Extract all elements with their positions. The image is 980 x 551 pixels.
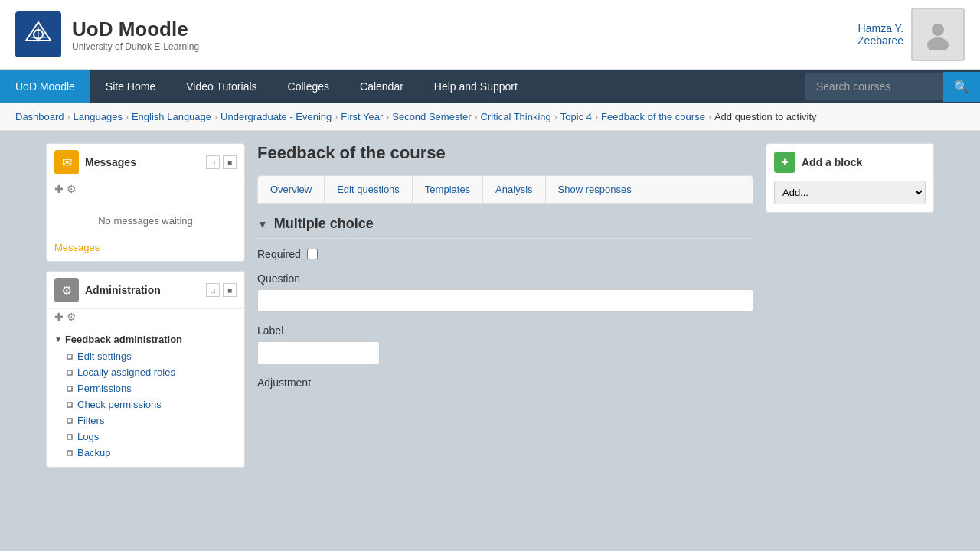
admin-item-backup[interactable]: Backup — [67, 445, 237, 461]
admin-item-label: Check permissions — [77, 399, 162, 410]
breadcrumb-languages[interactable]: Languages — [74, 111, 122, 122]
admin-block-header: ⚙ Administration □ ■ — [47, 272, 244, 309]
site-subtitle: University of Duhok E-Learning — [72, 41, 199, 52]
feedback-admin-section[interactable]: ▼ Feedback administration — [54, 334, 237, 345]
tabs-bar: Overview Edit questions Templates Analys… — [257, 175, 753, 204]
bullet-icon — [67, 402, 73, 408]
tab-analysis[interactable]: Analysis — [483, 176, 545, 203]
messages-minimize-button[interactable]: □ — [206, 155, 220, 169]
add-block-widget: + Add a block Add... — [766, 143, 934, 213]
messages-block-header: ✉ Messages □ ■ — [47, 144, 244, 181]
admin-item-check-permissions[interactable]: Check permissions — [67, 396, 237, 412]
question-label: Question — [257, 272, 753, 285]
required-label: Required — [257, 248, 753, 260]
admin-item-edit-settings[interactable]: Edit settings — [67, 348, 237, 364]
adjustment-field: Adjustment — [257, 377, 753, 389]
breadcrumb-feedback[interactable]: Feedback of the course — [601, 111, 705, 122]
breadcrumb: Dashboard › Languages › English Language… — [0, 103, 980, 131]
avatar[interactable] — [911, 8, 965, 61]
sep9: › — [708, 112, 711, 122]
add-block-title: Add a block — [802, 156, 862, 168]
sep2: › — [126, 112, 129, 122]
required-field: Required — [257, 248, 753, 260]
add-block-select[interactable]: Add... — [774, 181, 926, 204]
admin-config-button[interactable]: ■ — [223, 283, 237, 297]
nav-item-site-home[interactable]: Site Home — [90, 70, 171, 103]
admin-items-list: Edit settings Locally assigned roles Per… — [54, 348, 237, 461]
messages-controls: □ ■ — [206, 155, 237, 169]
messages-link[interactable]: Messages — [47, 242, 244, 261]
sep3: › — [214, 112, 217, 122]
question-form: Required Question Label — [257, 248, 753, 389]
tab-edit-questions[interactable]: Edit questions — [325, 176, 413, 203]
breadcrumb-current: Add question to activity — [714, 111, 817, 122]
sep6: › — [475, 112, 478, 122]
sep7: › — [554, 112, 557, 122]
header-left: UoD Moodle University of Duhok E-Learnin… — [15, 11, 199, 57]
breadcrumb-first-year[interactable]: First Year — [341, 111, 383, 122]
feedback-admin-label: Feedback administration — [65, 334, 182, 345]
admin-item-filters[interactable]: Filters — [67, 412, 237, 429]
admin-item-logs[interactable]: Logs — [67, 429, 237, 445]
left-sidebar: ✉ Messages □ ■ ✚ ⚙ No messages waiting M… — [46, 143, 245, 468]
breadcrumb-english-language[interactable]: English Language — [132, 111, 211, 122]
sep5: › — [386, 112, 389, 122]
messages-block: ✉ Messages □ ■ ✚ ⚙ No messages waiting M… — [46, 143, 245, 262]
tab-show-responses[interactable]: Show responses — [546, 176, 644, 203]
collapse-arrow-icon[interactable]: ▼ — [257, 218, 268, 230]
main-container: ✉ Messages □ ■ ✚ ⚙ No messages waiting M… — [31, 131, 949, 480]
breadcrumb-topic4[interactable]: Topic 4 — [560, 111, 592, 122]
page-header: UoD Moodle University of Duhok E-Learnin… — [0, 0, 980, 70]
question-field: Question — [257, 272, 753, 312]
logo-image — [15, 11, 61, 57]
bullet-icon — [67, 418, 73, 424]
search-container: 🔍 — [805, 72, 980, 102]
right-sidebar: + Add a block Add... — [766, 143, 934, 468]
sep1: › — [67, 112, 70, 122]
nav-item-uod-moodle[interactable]: UoD Moodle — [0, 70, 90, 103]
sep4: › — [335, 112, 338, 122]
admin-item-label: Filters — [77, 415, 104, 426]
messages-add-button[interactable]: ✚ — [54, 183, 64, 195]
tab-templates[interactable]: Templates — [413, 176, 483, 203]
sep8: › — [595, 112, 598, 122]
nav-item-colleges[interactable]: Colleges — [273, 70, 345, 103]
bullet-icon — [67, 354, 73, 360]
section-collapse-arrow: ▼ — [54, 335, 62, 344]
no-messages-text: No messages waiting — [54, 207, 237, 234]
messages-icon: ✉ — [54, 150, 79, 174]
breadcrumb-undergraduate[interactable]: Undergraduate - Evening — [220, 111, 332, 122]
admin-settings-button[interactable]: ⚙ — [67, 311, 77, 323]
admin-item-permissions[interactable]: Permissions — [67, 380, 237, 396]
question-input[interactable] — [257, 289, 753, 312]
nav-item-calendar[interactable]: Calendar — [345, 70, 419, 103]
search-button[interactable]: 🔍 — [943, 72, 980, 102]
page-title: Feedback of the course — [257, 143, 753, 163]
required-checkbox[interactable] — [307, 249, 318, 259]
breadcrumb-critical-thinking[interactable]: Critical Thinking — [481, 111, 551, 122]
tab-overview[interactable]: Overview — [258, 176, 325, 203]
user-name[interactable]: Hamza Y. Zeebaree — [858, 22, 903, 47]
search-input[interactable] — [805, 73, 943, 100]
admin-item-label: Logs — [77, 431, 99, 442]
admin-controls: □ ■ — [206, 283, 237, 297]
messages-title: Messages — [85, 156, 206, 168]
admin-item-locally-assigned-roles[interactable]: Locally assigned roles — [67, 364, 237, 380]
admin-minimize-button[interactable]: □ — [206, 283, 220, 297]
label-input[interactable] — [257, 341, 380, 364]
breadcrumb-second-semester[interactable]: Second Semester — [392, 111, 471, 122]
bullet-icon — [67, 386, 73, 392]
messages-config-button[interactable]: ■ — [223, 155, 237, 169]
admin-item-label: Permissions — [77, 383, 132, 394]
breadcrumb-dashboard[interactable]: Dashboard — [15, 111, 64, 122]
nav-item-video-tutorials[interactable]: Video Tutorials — [171, 70, 272, 103]
admin-icon: ⚙ — [54, 278, 79, 302]
nav-item-help[interactable]: Help and Support — [419, 70, 533, 103]
svg-point-4 — [932, 24, 944, 36]
admin-item-label: Backup — [77, 447, 110, 458]
admin-item-label: Locally assigned roles — [77, 367, 175, 378]
admin-add-button[interactable]: ✚ — [54, 311, 64, 323]
messages-settings-button[interactable]: ⚙ — [67, 183, 77, 195]
admin-title: Administration — [85, 284, 206, 296]
section-header: ▼ Multiple choice — [257, 216, 753, 239]
